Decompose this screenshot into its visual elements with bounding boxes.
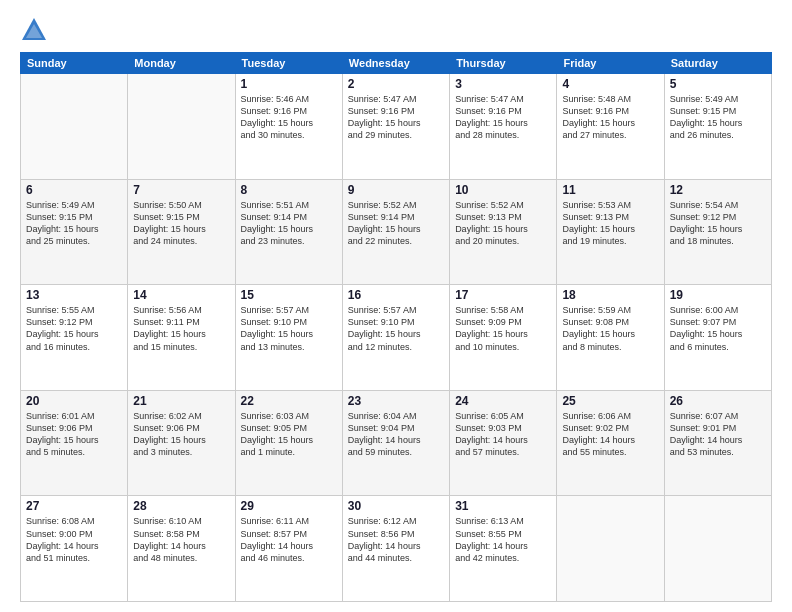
- day-info: Sunrise: 5:54 AM Sunset: 9:12 PM Dayligh…: [670, 199, 766, 248]
- day-info: Sunrise: 5:49 AM Sunset: 9:15 PM Dayligh…: [26, 199, 122, 248]
- weekday-header-friday: Friday: [557, 53, 664, 74]
- day-cell: 1Sunrise: 5:46 AM Sunset: 9:16 PM Daylig…: [235, 74, 342, 180]
- day-number: 3: [455, 77, 551, 91]
- day-number: 31: [455, 499, 551, 513]
- day-info: Sunrise: 5:46 AM Sunset: 9:16 PM Dayligh…: [241, 93, 337, 142]
- weekday-header-monday: Monday: [128, 53, 235, 74]
- page: SundayMondayTuesdayWednesdayThursdayFrid…: [0, 0, 792, 612]
- day-number: 4: [562, 77, 658, 91]
- day-cell: 28Sunrise: 6:10 AM Sunset: 8:58 PM Dayli…: [128, 496, 235, 602]
- day-cell: 11Sunrise: 5:53 AM Sunset: 9:13 PM Dayli…: [557, 179, 664, 285]
- day-cell: 6Sunrise: 5:49 AM Sunset: 9:15 PM Daylig…: [21, 179, 128, 285]
- day-number: 26: [670, 394, 766, 408]
- day-info: Sunrise: 6:12 AM Sunset: 8:56 PM Dayligh…: [348, 515, 444, 564]
- logo-icon: [20, 16, 48, 44]
- day-number: 24: [455, 394, 551, 408]
- day-cell: 24Sunrise: 6:05 AM Sunset: 9:03 PM Dayli…: [450, 390, 557, 496]
- day-info: Sunrise: 5:58 AM Sunset: 9:09 PM Dayligh…: [455, 304, 551, 353]
- day-cell: [557, 496, 664, 602]
- day-cell: [21, 74, 128, 180]
- day-info: Sunrise: 6:13 AM Sunset: 8:55 PM Dayligh…: [455, 515, 551, 564]
- day-info: Sunrise: 6:10 AM Sunset: 8:58 PM Dayligh…: [133, 515, 229, 564]
- day-number: 27: [26, 499, 122, 513]
- day-number: 16: [348, 288, 444, 302]
- week-row-1: 1Sunrise: 5:46 AM Sunset: 9:16 PM Daylig…: [21, 74, 772, 180]
- day-info: Sunrise: 6:02 AM Sunset: 9:06 PM Dayligh…: [133, 410, 229, 459]
- weekday-header-tuesday: Tuesday: [235, 53, 342, 74]
- day-cell: 8Sunrise: 5:51 AM Sunset: 9:14 PM Daylig…: [235, 179, 342, 285]
- day-cell: 30Sunrise: 6:12 AM Sunset: 8:56 PM Dayli…: [342, 496, 449, 602]
- day-info: Sunrise: 6:04 AM Sunset: 9:04 PM Dayligh…: [348, 410, 444, 459]
- day-cell: 25Sunrise: 6:06 AM Sunset: 9:02 PM Dayli…: [557, 390, 664, 496]
- day-info: Sunrise: 6:11 AM Sunset: 8:57 PM Dayligh…: [241, 515, 337, 564]
- day-number: 11: [562, 183, 658, 197]
- day-cell: 31Sunrise: 6:13 AM Sunset: 8:55 PM Dayli…: [450, 496, 557, 602]
- day-number: 28: [133, 499, 229, 513]
- header: [20, 16, 772, 44]
- day-cell: 19Sunrise: 6:00 AM Sunset: 9:07 PM Dayli…: [664, 285, 771, 391]
- day-number: 2: [348, 77, 444, 91]
- day-number: 30: [348, 499, 444, 513]
- weekday-header-sunday: Sunday: [21, 53, 128, 74]
- week-row-5: 27Sunrise: 6:08 AM Sunset: 9:00 PM Dayli…: [21, 496, 772, 602]
- calendar: SundayMondayTuesdayWednesdayThursdayFrid…: [20, 52, 772, 602]
- day-info: Sunrise: 5:50 AM Sunset: 9:15 PM Dayligh…: [133, 199, 229, 248]
- day-cell: 12Sunrise: 5:54 AM Sunset: 9:12 PM Dayli…: [664, 179, 771, 285]
- day-number: 21: [133, 394, 229, 408]
- day-number: 15: [241, 288, 337, 302]
- day-cell: 16Sunrise: 5:57 AM Sunset: 9:10 PM Dayli…: [342, 285, 449, 391]
- day-cell: 7Sunrise: 5:50 AM Sunset: 9:15 PM Daylig…: [128, 179, 235, 285]
- day-number: 8: [241, 183, 337, 197]
- day-cell: 29Sunrise: 6:11 AM Sunset: 8:57 PM Dayli…: [235, 496, 342, 602]
- day-info: Sunrise: 5:53 AM Sunset: 9:13 PM Dayligh…: [562, 199, 658, 248]
- day-info: Sunrise: 5:57 AM Sunset: 9:10 PM Dayligh…: [348, 304, 444, 353]
- day-info: Sunrise: 5:57 AM Sunset: 9:10 PM Dayligh…: [241, 304, 337, 353]
- day-cell: 27Sunrise: 6:08 AM Sunset: 9:00 PM Dayli…: [21, 496, 128, 602]
- day-cell: 5Sunrise: 5:49 AM Sunset: 9:15 PM Daylig…: [664, 74, 771, 180]
- day-cell: 21Sunrise: 6:02 AM Sunset: 9:06 PM Dayli…: [128, 390, 235, 496]
- day-cell: 23Sunrise: 6:04 AM Sunset: 9:04 PM Dayli…: [342, 390, 449, 496]
- day-cell: 9Sunrise: 5:52 AM Sunset: 9:14 PM Daylig…: [342, 179, 449, 285]
- day-number: 10: [455, 183, 551, 197]
- day-info: Sunrise: 5:51 AM Sunset: 9:14 PM Dayligh…: [241, 199, 337, 248]
- day-info: Sunrise: 6:01 AM Sunset: 9:06 PM Dayligh…: [26, 410, 122, 459]
- day-info: Sunrise: 5:55 AM Sunset: 9:12 PM Dayligh…: [26, 304, 122, 353]
- day-number: 6: [26, 183, 122, 197]
- day-info: Sunrise: 5:52 AM Sunset: 9:14 PM Dayligh…: [348, 199, 444, 248]
- day-number: 20: [26, 394, 122, 408]
- day-info: Sunrise: 6:07 AM Sunset: 9:01 PM Dayligh…: [670, 410, 766, 459]
- day-cell: 20Sunrise: 6:01 AM Sunset: 9:06 PM Dayli…: [21, 390, 128, 496]
- day-info: Sunrise: 5:48 AM Sunset: 9:16 PM Dayligh…: [562, 93, 658, 142]
- day-number: 17: [455, 288, 551, 302]
- day-info: Sunrise: 6:03 AM Sunset: 9:05 PM Dayligh…: [241, 410, 337, 459]
- day-number: 7: [133, 183, 229, 197]
- day-info: Sunrise: 5:56 AM Sunset: 9:11 PM Dayligh…: [133, 304, 229, 353]
- day-number: 23: [348, 394, 444, 408]
- weekday-header-thursday: Thursday: [450, 53, 557, 74]
- day-number: 9: [348, 183, 444, 197]
- day-cell: [128, 74, 235, 180]
- day-number: 18: [562, 288, 658, 302]
- day-number: 14: [133, 288, 229, 302]
- day-cell: 2Sunrise: 5:47 AM Sunset: 9:16 PM Daylig…: [342, 74, 449, 180]
- week-row-3: 13Sunrise: 5:55 AM Sunset: 9:12 PM Dayli…: [21, 285, 772, 391]
- day-cell: 4Sunrise: 5:48 AM Sunset: 9:16 PM Daylig…: [557, 74, 664, 180]
- weekday-header-row: SundayMondayTuesdayWednesdayThursdayFrid…: [21, 53, 772, 74]
- day-cell: 26Sunrise: 6:07 AM Sunset: 9:01 PM Dayli…: [664, 390, 771, 496]
- week-row-2: 6Sunrise: 5:49 AM Sunset: 9:15 PM Daylig…: [21, 179, 772, 285]
- day-info: Sunrise: 5:47 AM Sunset: 9:16 PM Dayligh…: [348, 93, 444, 142]
- logo: [20, 16, 52, 44]
- day-cell: 10Sunrise: 5:52 AM Sunset: 9:13 PM Dayli…: [450, 179, 557, 285]
- day-info: Sunrise: 6:05 AM Sunset: 9:03 PM Dayligh…: [455, 410, 551, 459]
- day-info: Sunrise: 5:47 AM Sunset: 9:16 PM Dayligh…: [455, 93, 551, 142]
- day-cell: [664, 496, 771, 602]
- day-cell: 17Sunrise: 5:58 AM Sunset: 9:09 PM Dayli…: [450, 285, 557, 391]
- day-number: 13: [26, 288, 122, 302]
- day-number: 1: [241, 77, 337, 91]
- day-cell: 14Sunrise: 5:56 AM Sunset: 9:11 PM Dayli…: [128, 285, 235, 391]
- day-info: Sunrise: 5:49 AM Sunset: 9:15 PM Dayligh…: [670, 93, 766, 142]
- day-cell: 15Sunrise: 5:57 AM Sunset: 9:10 PM Dayli…: [235, 285, 342, 391]
- day-number: 5: [670, 77, 766, 91]
- weekday-header-wednesday: Wednesday: [342, 53, 449, 74]
- week-row-4: 20Sunrise: 6:01 AM Sunset: 9:06 PM Dayli…: [21, 390, 772, 496]
